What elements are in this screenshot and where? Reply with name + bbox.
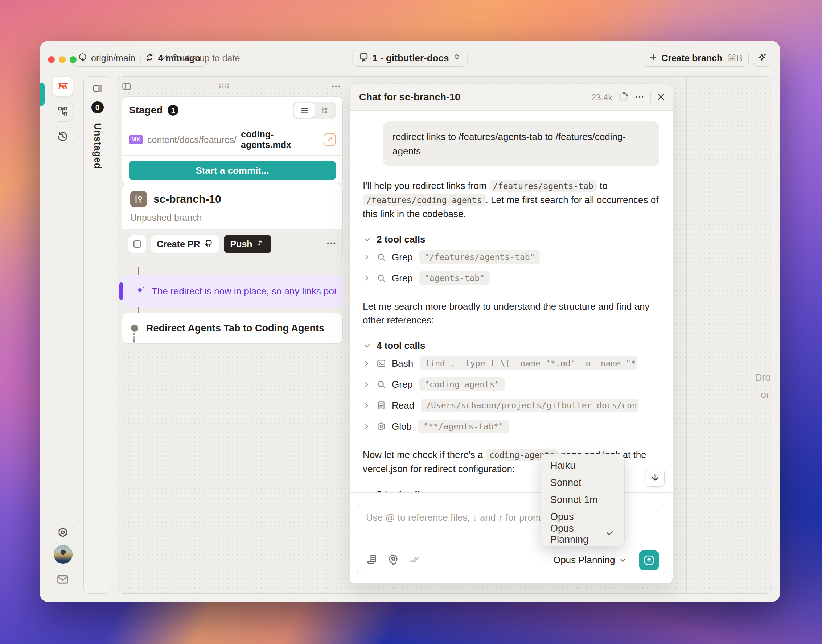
close-window-button[interactable]	[48, 56, 55, 63]
workspace-tab-indicator	[40, 83, 45, 106]
sync-icon	[145, 52, 155, 64]
mdx-file-badge: MX	[129, 135, 143, 144]
lane-drag-handle[interactable]	[220, 84, 230, 89]
ai-actions-button[interactable]	[753, 50, 771, 67]
gear-icon	[57, 527, 68, 539]
create-branch-button[interactable]: Create branch ⌘B	[643, 50, 749, 67]
sidebar-item-workspace[interactable]	[52, 76, 73, 97]
tool-call-row[interactable]: Grep "/features/agents-tab"	[363, 248, 659, 266]
tool-arg-chip: "agents-tab"	[419, 271, 490, 285]
project-icon	[359, 52, 369, 64]
project-name-label: 1 - gitbutler-docs	[373, 52, 449, 64]
app-window: origin/main | 4 min ago You're up to dat…	[40, 41, 780, 602]
chevron-updown-icon	[452, 52, 461, 64]
branch-status-label: Unpushed branch	[130, 213, 335, 223]
staged-file-row[interactable]: MX content/docs/features/ coding-agents.…	[122, 124, 343, 156]
sidebar-item-history[interactable]	[52, 127, 73, 147]
ai-summary-pill[interactable]: The redirect is now in place, so any lin…	[122, 275, 343, 308]
prompt-templates-button[interactable]	[366, 554, 378, 567]
chat-menu-button[interactable]	[635, 92, 645, 103]
push-label: Push	[230, 239, 252, 250]
add-dependent-branch-button[interactable]	[128, 235, 146, 253]
minimize-window-button[interactable]	[59, 56, 66, 63]
remote-icon	[78, 52, 88, 64]
collapse-lane-icon[interactable]	[121, 81, 132, 93]
staged-title-label: Staged	[129, 104, 163, 116]
tool-group-header[interactable]: 4 tool calls	[363, 340, 659, 351]
file-name-label: coding-agents.mdx	[241, 129, 319, 150]
inline-code: /features/coding-agents	[363, 194, 486, 206]
search-icon	[376, 380, 386, 389]
token-count-label: 23.4k	[591, 92, 613, 103]
tool-call-row[interactable]: Read /Users/schacon/projects/gitbutler-d…	[363, 396, 659, 414]
tool-call-row[interactable]: Grep "coding-agents"	[363, 375, 659, 393]
composer-footer: Opus Planning	[357, 544, 665, 575]
create-pr-button[interactable]: Create PR	[151, 235, 220, 253]
tree-view-button[interactable]	[315, 103, 335, 118]
menu-item-haiku[interactable]: Haiku	[541, 457, 624, 474]
tool-call-row[interactable]: Glob "**/agents-tab*"	[363, 417, 659, 435]
branch-menu-button[interactable]	[326, 238, 336, 250]
ai-model-settings-button[interactable]	[387, 554, 399, 567]
history-icon	[57, 131, 68, 143]
model-selector[interactable]: Opus Planning	[553, 554, 627, 566]
user-avatar[interactable]	[54, 545, 72, 564]
tool-arg-chip: find . -type f \( -name "*.md" -o -name …	[420, 356, 638, 370]
close-chat-button[interactable]	[657, 92, 665, 103]
lane-menu-button[interactable]	[330, 81, 341, 93]
sidebar-item-branches[interactable]	[52, 101, 73, 122]
tool-arg-chip: /Users/schacon/projects/gitbutler-docs/c…	[421, 399, 638, 412]
chevron-right-icon	[363, 274, 371, 282]
chat-panel: Chat for sc-branch-10 23.4k redirect lin…	[349, 84, 673, 584]
tool-call-row[interactable]: Bash find . -type f \( -name "*.md" -o -…	[363, 354, 659, 373]
up-to-date-label: You're up to date	[172, 53, 240, 63]
chevron-right-icon	[363, 402, 371, 409]
chevron-down-icon	[619, 556, 627, 564]
commit-row[interactable]: Redirect Agents Tab to Coding Agents	[122, 313, 343, 344]
chat-messages[interactable]: redirect links to /features/agents-tab t…	[350, 110, 673, 493]
staged-card: Staged 1 MX content/docs/features/ codin…	[122, 97, 343, 186]
push-button[interactable]: Push	[224, 235, 271, 253]
branch-name-label[interactable]: sc-branch-10	[154, 193, 221, 205]
selected-check-icon	[605, 528, 615, 540]
empty-lane-drop-hint: Dro or	[755, 369, 771, 403]
check-icon	[160, 53, 168, 64]
start-commit-button[interactable]: Start a commit...	[129, 161, 336, 180]
view-toggle	[293, 101, 336, 119]
ai-note-accent-bar	[119, 282, 123, 300]
chevron-right-icon	[363, 253, 371, 261]
github-icon	[204, 238, 213, 250]
commit-dot-icon	[131, 325, 138, 332]
feedback-mail-button[interactable]	[56, 573, 70, 588]
send-arrow-icon	[643, 554, 655, 566]
settings-button[interactable]	[52, 523, 73, 543]
menu-item-opus-planning[interactable]: Opus Planning	[541, 526, 624, 543]
scroll-to-bottom-button[interactable]	[646, 468, 665, 487]
auto-approve-toggle[interactable]	[408, 554, 421, 567]
divider: |	[139, 53, 141, 63]
shortcut-label: ⌘B	[727, 53, 742, 63]
menu-item-sonnet-1m[interactable]: Sonnet 1m	[541, 491, 624, 508]
send-message-button[interactable]	[639, 550, 659, 570]
drop-hint-line2: or	[761, 386, 771, 403]
chat-title: Chat for sc-branch-10	[359, 92, 460, 103]
list-view-button[interactable]	[294, 103, 315, 118]
unstaged-panel-collapsed[interactable]: 0 Unstaged	[83, 76, 111, 593]
tool-call-row[interactable]: Grep "agents-tab"	[363, 269, 659, 287]
sparkle-icon	[135, 285, 146, 297]
tool-group-header[interactable]: 2 tool calls	[363, 234, 659, 245]
model-selected-label: Opus Planning	[553, 554, 615, 566]
chevron-right-icon	[363, 359, 371, 367]
hexagon-glob-icon	[376, 422, 386, 431]
menu-item-sonnet[interactable]: Sonnet	[541, 474, 624, 491]
gitbutler-logo-icon	[57, 80, 69, 93]
up-to-date-status: You're up to date	[160, 50, 240, 67]
user-message-bubble: redirect links to /features/agents-tab t…	[383, 121, 659, 166]
context-usage-spinner	[619, 92, 628, 103]
tool-call-group: 2 tool calls Grep "/features/agents-tab"…	[363, 234, 659, 287]
chevron-down-icon	[363, 490, 372, 493]
expand-panel-icon[interactable]	[92, 83, 103, 95]
inline-code: /features/agents-tab	[489, 180, 597, 192]
project-switcher[interactable]: 1 - gitbutler-docs	[353, 50, 468, 67]
assistant-paragraph: I'll help you redirect links from /featu…	[363, 179, 659, 221]
